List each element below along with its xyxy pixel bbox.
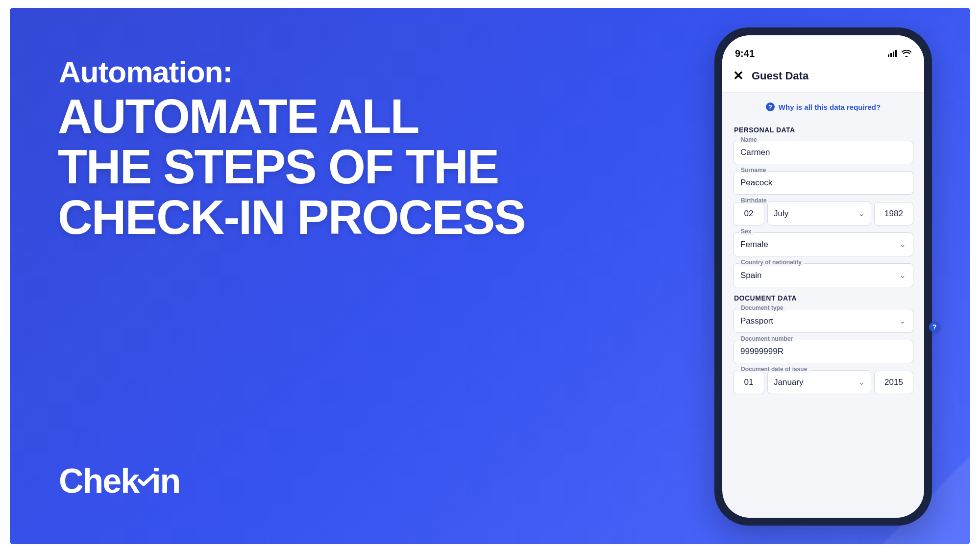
chevron-down-icon: ⌄ (899, 239, 906, 250)
question-icon: ? (766, 102, 775, 111)
section-document-title: DOCUMENT DATA (734, 294, 913, 302)
sex-label: Sex (739, 228, 753, 235)
info-link-text: Why is all this data required? (779, 103, 881, 111)
info-link[interactable]: ? Why is all this data required? (733, 93, 913, 121)
brand-text-1: Chek (59, 461, 139, 501)
docnumber-field[interactable]: Document number (733, 340, 913, 363)
nationality-label: Country of nationality (739, 259, 804, 266)
name-label: Name (739, 136, 759, 143)
name-field[interactable]: Name (733, 141, 913, 164)
chevron-down-icon: ⌄ (899, 270, 906, 280)
wifi-icon (902, 48, 911, 59)
birth-year-select[interactable]: 1982 (874, 202, 913, 226)
help-badge[interactable]: ? (929, 322, 940, 332)
nationality-field[interactable]: Country of nationality Spain ⌄ (733, 263, 913, 287)
nationality-select[interactable]: Spain ⌄ (733, 263, 913, 287)
headline-main: AUTOMATE ALLTHE STEPS OF THECHECK-IN PRO… (58, 91, 525, 243)
birthdate-field[interactable]: Birthdate 02 July⌄ 1982 (733, 201, 913, 226)
birthdate-label: Birthdate (739, 197, 769, 204)
chevron-down-icon: ⌄ (858, 208, 865, 219)
headline-subtitle: Automation: (59, 54, 232, 89)
issue-day-select[interactable]: 01 (733, 371, 764, 394)
phone-mockup: 9:41 ✕ Guest Data ? Why is all this data… (714, 27, 932, 526)
close-icon[interactable]: ✕ (733, 68, 744, 83)
svg-rect-0 (888, 54, 889, 57)
page-title: Guest Data (752, 70, 808, 82)
name-input[interactable] (740, 148, 906, 157)
phone-screen: 9:41 ✕ Guest Data ? Why is all this data… (722, 35, 924, 518)
chevron-down-icon: ⌄ (858, 377, 865, 387)
chevron-down-icon: ⌄ (899, 316, 906, 326)
surname-input[interactable] (740, 178, 906, 188)
svg-rect-2 (893, 51, 894, 57)
birth-month-select[interactable]: July⌄ (767, 201, 871, 226)
status-time: 9:41 (735, 48, 755, 59)
doctype-field[interactable]: Document type Passport ⌄ (733, 309, 913, 333)
surname-label: Surname (739, 167, 768, 174)
section-personal-title: PERSONAL DATA (734, 126, 913, 134)
signal-icon (888, 48, 898, 59)
sex-field[interactable]: Sex Female ⌄ (733, 232, 913, 256)
status-icons (888, 48, 911, 59)
issue-year-select[interactable]: 2015 (874, 371, 913, 394)
doctype-label: Document type (739, 304, 785, 311)
svg-rect-1 (890, 53, 892, 57)
brand-logo: Chekin (59, 452, 180, 510)
status-bar: 9:41 (722, 35, 924, 64)
promo-frame: Automation: AUTOMATE ALLTHE STEPS OF THE… (10, 8, 970, 544)
surname-field[interactable]: Surname (733, 171, 913, 195)
issuedate-field[interactable]: Document date of issue 01 January⌄ 2015 (733, 370, 913, 394)
checkmark-icon (138, 455, 155, 494)
docnumber-label: Document number (739, 335, 795, 342)
docnumber-input[interactable] (740, 347, 906, 356)
doctype-select[interactable]: Passport ⌄ (733, 309, 913, 333)
brand-text-2: in (151, 461, 180, 501)
birth-day-select[interactable]: 02 (733, 202, 764, 226)
app-header: ✕ Guest Data (722, 64, 924, 93)
issuedate-label: Document date of issue (739, 366, 809, 373)
form-area: ? Why is all this data required? PERSONA… (722, 93, 924, 518)
svg-rect-3 (895, 50, 897, 57)
issue-month-select[interactable]: January⌄ (767, 370, 871, 394)
sex-select[interactable]: Female ⌄ (733, 232, 913, 256)
